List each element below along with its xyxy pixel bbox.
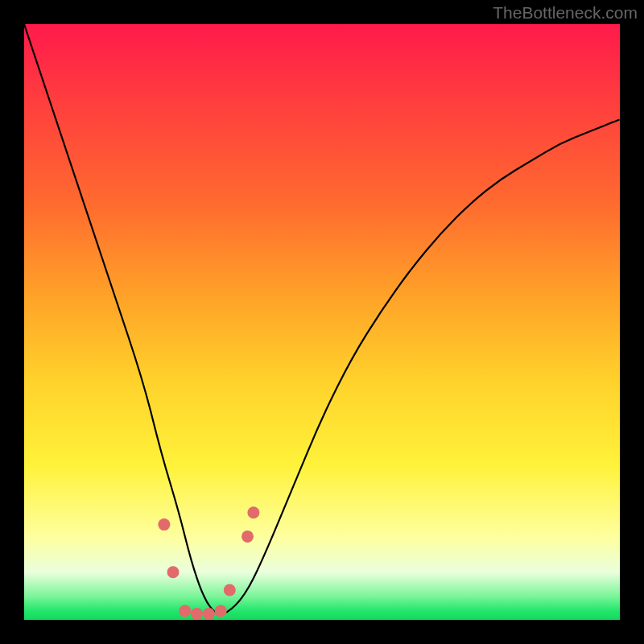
data-dot: [191, 608, 203, 620]
data-dots: [158, 506, 259, 620]
chart-frame: TheBottleneck.com: [0, 0, 644, 644]
attribution-label: TheBottleneck.com: [493, 3, 638, 23]
data-dot: [242, 530, 254, 543]
curve-overlay: [24, 24, 620, 620]
data-dot: [167, 566, 180, 578]
data-dot: [179, 605, 191, 617]
data-dot: [224, 584, 236, 597]
data-dot: [215, 605, 227, 617]
bottleneck-curve: [24, 24, 620, 614]
data-dot: [247, 506, 259, 518]
data-dot: [158, 518, 170, 530]
data-dot: [203, 608, 215, 620]
plot-area: [24, 24, 620, 620]
